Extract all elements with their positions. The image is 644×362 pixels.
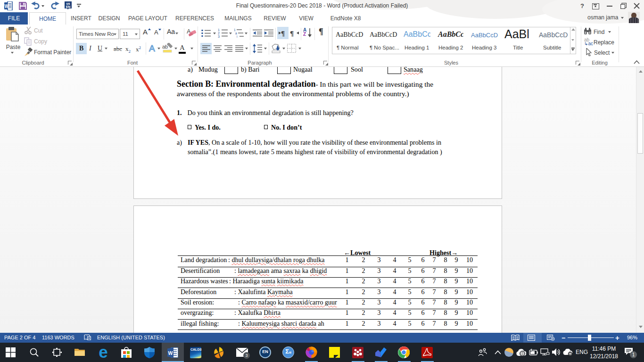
svg-text:1: 1 bbox=[234, 28, 236, 32]
svg-text:¶: ¶ bbox=[290, 30, 294, 37]
svg-text:W: W bbox=[5, 4, 9, 9]
svg-text:2: 2 bbox=[218, 32, 220, 35]
svg-text:A: A bbox=[149, 43, 155, 53]
svg-text:i: i bbox=[237, 35, 237, 38]
svg-text:3: 3 bbox=[218, 35, 220, 38]
svg-text:a: a bbox=[235, 32, 237, 35]
svg-text:¶: ¶ bbox=[281, 30, 285, 37]
svg-text:W: W bbox=[168, 350, 173, 356]
svg-text:ab: ab bbox=[162, 44, 168, 49]
svg-text:1: 1 bbox=[218, 28, 220, 32]
